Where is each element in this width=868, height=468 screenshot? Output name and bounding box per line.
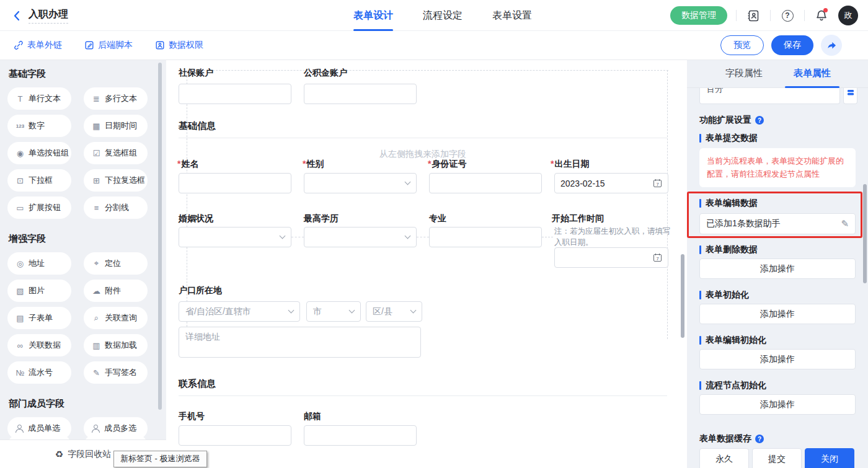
add-action-button-edit-init[interactable]: 添加操作 bbox=[699, 349, 856, 369]
name-input[interactable] bbox=[179, 173, 291, 193]
work-start-note: 注：若为应届生初次入职，请填写入职日期。 bbox=[554, 226, 671, 248]
phone-input[interactable] bbox=[179, 425, 291, 446]
field-pill-linked-data[interactable]: ∞关联数据 bbox=[7, 334, 71, 356]
share-button[interactable] bbox=[821, 35, 842, 56]
form-external-link[interactable]: 表单外链 bbox=[14, 40, 62, 51]
save-button[interactable]: 保存 bbox=[771, 35, 813, 55]
field-pill-extend-button[interactable]: ▭扩展按钮 bbox=[7, 196, 71, 219]
education-select[interactable] bbox=[304, 227, 417, 247]
field-pill-dropdown[interactable]: ⊡下拉框 bbox=[7, 169, 71, 192]
cache-option-submit[interactable]: 提交 bbox=[752, 448, 802, 468]
backend-script-link[interactable]: 后端脚本 bbox=[84, 40, 133, 51]
add-action-button-delete[interactable]: 添加操作 bbox=[699, 258, 856, 279]
edit-pencil-icon[interactable]: ✎ bbox=[841, 218, 849, 229]
checkbox-group-icon: ☑ bbox=[91, 149, 102, 158]
city-select[interactable]: 市 bbox=[306, 301, 361, 322]
help-icon[interactable]: ? bbox=[755, 116, 764, 125]
datetime-icon: ▦ bbox=[91, 121, 102, 131]
avatar[interactable]: 政 bbox=[838, 6, 858, 25]
field-pill-multi-dropdown[interactable]: ⊞下拉复选框 bbox=[84, 169, 148, 192]
back-icon[interactable] bbox=[12, 11, 21, 21]
field-pill-multi-line-text[interactable]: ≣多行文本 bbox=[84, 87, 148, 110]
edit-data-value-box[interactable]: 已添加1条数据助手 ✎ bbox=[699, 213, 856, 234]
field-pill-single-line-text[interactable]: T单行文本 bbox=[7, 87, 71, 110]
drop-guide bbox=[667, 70, 668, 339]
section-heading-basic-info: 基础信息 bbox=[179, 120, 216, 132]
field-pill-signature[interactable]: ✎手写签名 bbox=[84, 361, 148, 384]
field-pill-subform[interactable]: ▤子表单 bbox=[7, 307, 71, 329]
data-manage-button[interactable]: 数据管理 bbox=[670, 6, 727, 25]
email-input[interactable] bbox=[304, 425, 417, 446]
data-permission-link[interactable]: 数据权限 bbox=[155, 40, 203, 51]
drop-guide bbox=[187, 70, 187, 339]
extension-settings-heading: 功能扩展设置 ? bbox=[699, 115, 764, 126]
field-label-gender: *性别 bbox=[303, 159, 324, 170]
cache-option-permanent[interactable]: 永久 bbox=[699, 448, 749, 468]
preview-button[interactable]: 预览 bbox=[720, 35, 764, 55]
major-input[interactable] bbox=[429, 227, 542, 247]
province-select[interactable]: 省/自治区/直辖市 bbox=[179, 301, 300, 322]
required-marker: * bbox=[177, 159, 180, 169]
add-action-button-init[interactable]: 添加操作 bbox=[699, 304, 856, 324]
help-icon[interactable]: ? bbox=[755, 435, 764, 443]
drag-hint-text: 从左侧拖拽来添加字段 bbox=[179, 149, 667, 160]
field-label-phone: 手机号 bbox=[179, 411, 205, 422]
drop-guide bbox=[417, 237, 429, 237]
panel-scrollbar[interactable] bbox=[863, 184, 867, 283]
required-marker: * bbox=[303, 159, 306, 169]
field-label-housing-fund: 公积金账户 bbox=[304, 68, 347, 79]
clipped-setting-button[interactable] bbox=[843, 88, 857, 104]
field-label-residence: 户口所在地 bbox=[179, 285, 222, 296]
housing-fund-input[interactable] bbox=[304, 84, 417, 104]
required-marker: * bbox=[551, 159, 554, 169]
id-number-input[interactable] bbox=[429, 173, 542, 193]
tab-flow-setting[interactable]: 流程设定 bbox=[422, 0, 464, 31]
field-pill-divider[interactable]: ≡分割线 bbox=[84, 196, 148, 219]
field-pill-number[interactable]: 123数字 bbox=[7, 115, 71, 137]
district-select[interactable]: 区/县 bbox=[366, 301, 422, 322]
clipped-setting-input[interactable]: 百分 bbox=[699, 88, 840, 104]
dropdown-icon: ⊡ bbox=[15, 176, 25, 185]
form-canvas[interactable]: 社保账户 公积金账户 基础信息 从左侧拖拽来添加字段 *姓名 *性别 *身份证号… bbox=[166, 60, 687, 468]
multi-dropdown-icon: ⊞ bbox=[91, 176, 102, 185]
chevron-down-icon bbox=[410, 307, 417, 314]
field-pill-serial-number[interactable]: №流水号 bbox=[7, 361, 71, 384]
tab-form-setting[interactable]: 表单设置 bbox=[491, 0, 533, 31]
drop-guide bbox=[542, 237, 553, 237]
detail-address-textarea[interactable] bbox=[179, 327, 421, 358]
page-title[interactable]: 入职办理 bbox=[29, 8, 68, 24]
gender-select[interactable] bbox=[304, 173, 417, 193]
field-pill-data-load[interactable]: ▥数据加载 bbox=[84, 334, 148, 356]
marriage-select[interactable] bbox=[179, 227, 291, 247]
add-action-button-flow-node-init[interactable]: 添加操作 bbox=[699, 394, 856, 415]
tab-form-design[interactable]: 表单设计 bbox=[352, 0, 394, 31]
field-pill-linked-query[interactable]: ⌕关联查询 bbox=[84, 307, 148, 329]
birth-date-picker[interactable]: 2023-02-15 7 bbox=[554, 173, 668, 193]
section-form-submit-data: 表单提交数据 bbox=[699, 133, 758, 144]
sidebar-scrollbar[interactable] bbox=[158, 63, 162, 410]
notification-bell-icon[interactable] bbox=[813, 7, 830, 24]
data-load-icon: ▥ bbox=[91, 341, 102, 350]
canvas-scrollbar[interactable] bbox=[681, 254, 684, 338]
cache-option-close[interactable]: 关闭 bbox=[805, 448, 854, 468]
field-pill-image[interactable]: ▧图片 bbox=[7, 280, 71, 302]
tab-field-properties[interactable]: 字段属性 bbox=[725, 68, 763, 79]
contacts-icon[interactable] bbox=[745, 7, 761, 24]
flow-form-warning: 当前为流程表单，表单提交功能扩展的配置，请前往流程发起节点属性 bbox=[699, 148, 856, 187]
tab-form-properties[interactable]: 表单属性 bbox=[794, 68, 831, 79]
help-icon[interactable]: ? bbox=[779, 7, 795, 24]
field-pill-radio-group[interactable]: ◉单选按钮组 bbox=[7, 142, 71, 164]
field-pill-checkbox-group[interactable]: ☑复选框组 bbox=[84, 142, 148, 164]
field-pill-attachment[interactable]: ☁附件 bbox=[84, 280, 148, 302]
work-start-date-picker[interactable]: 7 bbox=[554, 247, 668, 268]
social-security-input[interactable] bbox=[179, 84, 291, 104]
field-label-education: 最高学历 bbox=[304, 213, 339, 224]
section-title-enhanced-fields: 增强字段 bbox=[9, 232, 166, 245]
field-pill-datetime[interactable]: ▦日期时间 bbox=[84, 115, 148, 137]
field-pill-location[interactable]: ⌖定位 bbox=[84, 252, 148, 275]
field-pill-address[interactable]: ◎地址 bbox=[7, 252, 71, 275]
svg-text:7: 7 bbox=[656, 256, 658, 262]
cache-setting-heading: 表单数据缓存 ? bbox=[699, 433, 764, 444]
section-form-edit-init: 表单编辑初始化 bbox=[699, 335, 766, 346]
multi-line-text-icon: ≣ bbox=[91, 94, 102, 104]
